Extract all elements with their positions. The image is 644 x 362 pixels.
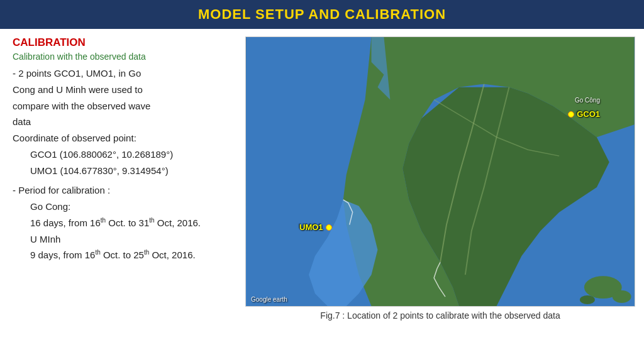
- right-panel: Go Công GCO1 UMO1 Google earth Fig.7 : L…: [245, 36, 635, 321]
- left-panel: CALIBRATION Calibration with the observe…: [13, 36, 239, 321]
- body-line1: - 2 points GCO1, UMO1, in Go: [13, 67, 239, 80]
- body-line4: data: [13, 115, 239, 129]
- u-minh-label: U MInh: [13, 233, 239, 246]
- coord-heading: Coordinate of observed point:: [13, 131, 239, 145]
- svg-point-2: [613, 290, 631, 303]
- coord-gco1: GCO1 (106.880062°, 10.268189°): [13, 148, 239, 162]
- page-header: MODEL SETUP AND CALIBRATION: [0, 0, 644, 29]
- body-line3: compare with the observed wave: [13, 99, 239, 113]
- go-cong-days: 16 days, from 16th Oct. to 31th Oct, 201…: [13, 216, 239, 230]
- map-caption: Fig.7 : Location of 2 points to calibrat…: [320, 310, 560, 321]
- u-minh-days: 9 days, from 16th Oct. to 25th Oct, 2016…: [13, 248, 239, 262]
- period-heading: - Period for calibration :: [13, 184, 239, 197]
- umo1-dot: [326, 224, 332, 231]
- gco1-map-marker: GCO1: [568, 109, 600, 119]
- umo1-label-text: UMO1: [299, 222, 323, 232]
- gco1-label-text: GCO1: [577, 109, 600, 119]
- svg-point-3: [580, 295, 595, 304]
- map-land-svg: [246, 37, 635, 306]
- subtitle: Calibration with the observed data: [13, 52, 239, 62]
- umo1-map-marker: UMO1: [299, 222, 332, 232]
- google-earth-watermark: Google earth: [251, 296, 287, 303]
- page-title: MODEL SETUP AND CALIBRATION: [198, 6, 446, 22]
- coord-umo1: UMO1 (104.677830°, 9.314954°): [13, 164, 239, 178]
- go-cong-label: Go Cong:: [13, 200, 239, 214]
- gco1-dot: [568, 111, 574, 118]
- body-line2: Cong and U Minh were used to: [13, 83, 239, 97]
- main-content: CALIBRATION Calibration with the observe…: [0, 29, 644, 326]
- period-section: - Period for calibration : Go Cong: 16 d…: [13, 184, 239, 262]
- section-title: CALIBRATION: [13, 36, 239, 49]
- map-container: Go Công GCO1 UMO1 Google earth: [245, 36, 635, 307]
- go-cong-map-label: Go Công: [575, 97, 600, 104]
